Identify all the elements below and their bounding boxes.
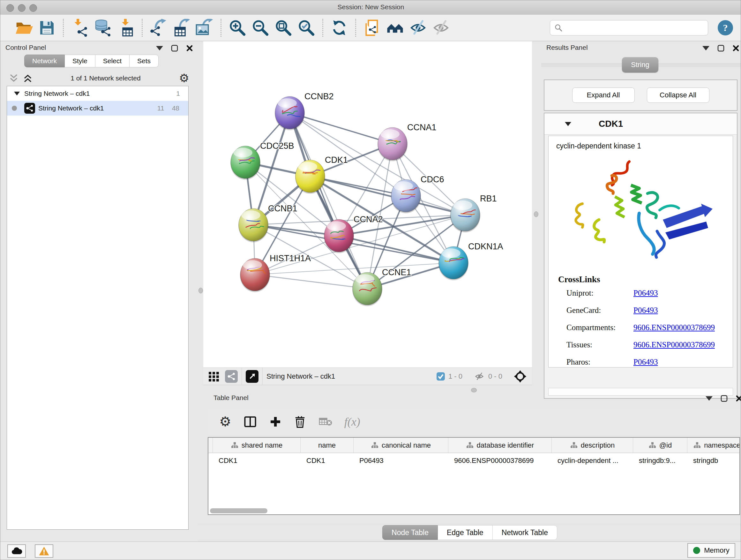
table-cell[interactable]: CDK1 <box>300 453 354 468</box>
column-header[interactable]: @id <box>633 438 687 453</box>
network-view-title: String Network – cdk1 <box>266 372 335 381</box>
network-edge[interactable] <box>290 113 393 144</box>
crosslink-link[interactable]: P06493 <box>633 306 658 315</box>
table-horizontal-scrollbar[interactable] <box>210 508 267 513</box>
collapse-all-networks-button[interactable] <box>9 74 18 82</box>
panel-close-button[interactable] <box>736 395 741 402</box>
panel-collapse-button[interactable] <box>156 46 163 51</box>
column-header[interactable]: name <box>300 438 354 453</box>
network-options-gear-button[interactable]: ⚙ <box>179 72 189 84</box>
table-cell[interactable]: stringdb:9... <box>633 453 687 468</box>
panel-close-button[interactable] <box>732 45 739 52</box>
network-node[interactable] <box>324 219 354 253</box>
panel-collapse-button[interactable] <box>705 396 713 401</box>
table-row[interactable]: CDK1CDK1P064939606.ENSP00000378699cyclin… <box>208 453 739 468</box>
panel-float-button[interactable] <box>720 395 728 402</box>
detach-view-button[interactable] <box>246 370 259 383</box>
table-cell[interactable]: CDK1 <box>213 453 300 468</box>
apply-layout-button[interactable] <box>329 18 349 38</box>
create-column-button[interactable] <box>269 415 282 428</box>
network-node[interactable] <box>239 208 268 242</box>
column-header[interactable]: shared name <box>213 438 300 453</box>
table-cell[interactable]: 9606.ENSP00000378699 <box>448 453 552 468</box>
show-columns-button[interactable] <box>244 415 257 428</box>
function-builder-button[interactable]: f(x) <box>344 415 360 428</box>
crosslink-link[interactable]: 9606.ENSP00000378699 <box>633 340 715 349</box>
table-cell[interactable]: P06493 <box>354 453 448 468</box>
panel-float-button[interactable] <box>171 44 179 52</box>
tab-edge-table[interactable]: Edge Table <box>438 525 493 540</box>
network-node[interactable] <box>230 146 260 180</box>
network-node[interactable] <box>450 199 480 233</box>
tab-sets[interactable]: Sets <box>130 55 158 67</box>
help-button[interactable]: ? <box>718 20 733 36</box>
export-network-button[interactable] <box>149 18 169 38</box>
tab-select[interactable]: Select <box>95 55 130 67</box>
welcome-screen-button[interactable] <box>385 18 405 38</box>
import-network-file-button[interactable] <box>70 18 90 38</box>
network-node[interactable] <box>295 160 325 194</box>
network-node[interactable] <box>275 97 305 130</box>
chevron-down-icon <box>156 46 163 51</box>
collapse-all-button[interactable]: Collapse All <box>647 87 710 103</box>
thumbnail-grid-button[interactable] <box>208 370 220 382</box>
panel-float-button[interactable] <box>717 44 725 52</box>
network-node[interactable] <box>391 179 421 213</box>
zoom-out-button[interactable] <box>251 18 270 38</box>
column-header[interactable]: description <box>552 438 633 453</box>
new-network-from-selection-button[interactable] <box>362 18 382 38</box>
protein-section-header[interactable]: CDK1 <box>544 113 737 135</box>
crosslink-link[interactable]: 9606.ENSP00000378699 <box>633 323 715 332</box>
panel-collapse-button[interactable] <box>702 46 710 51</box>
crosslink-row: Uniprot:P06493 <box>566 289 726 298</box>
export-image-button[interactable] <box>195 18 214 38</box>
hierarchy-column-icon <box>371 442 379 449</box>
navigator-button[interactable] <box>514 370 527 383</box>
table-cell[interactable]: stringdb <box>687 453 740 468</box>
import-network-database-button[interactable] <box>93 18 113 38</box>
column-header[interactable]: canonical name <box>354 438 448 453</box>
warnings-button[interactable] <box>35 544 53 558</box>
memory-button[interactable]: Memory <box>687 543 735 558</box>
save-session-button[interactable] <box>37 18 57 38</box>
expand-all-button[interactable]: Expand All <box>572 87 635 103</box>
export-table-button[interactable] <box>172 18 192 38</box>
network-view-canvas[interactable]: CCNB2CCNA1CDC25BCDK1CDC6RB1CCNB1CCNA2CDK… <box>203 41 532 368</box>
left-splitter-handle[interactable] <box>199 288 203 294</box>
delete-column-button[interactable] <box>294 415 306 428</box>
right-splitter-handle[interactable] <box>534 211 538 217</box>
zoom-fit-button[interactable] <box>273 18 293 38</box>
hide-selected-button[interactable] <box>408 18 428 38</box>
tab-network[interactable]: Network <box>24 55 65 67</box>
network-edge-count: 48 <box>172 105 179 112</box>
network-node[interactable] <box>378 127 408 161</box>
tab-node-table[interactable]: Node Table <box>382 525 438 540</box>
network-edge[interactable] <box>255 274 367 289</box>
delete-table-button[interactable] <box>318 416 332 427</box>
show-hidden-button[interactable] <box>431 18 451 38</box>
open-session-button[interactable] <box>14 18 34 38</box>
network-collection-row[interactable]: String Network – cdk1 1 <box>7 86 188 101</box>
table-options-gear-button[interactable]: ⚙ <box>219 415 231 428</box>
tab-network-table[interactable]: Network Table <box>493 525 557 540</box>
cloud-status-button[interactable] <box>7 544 26 558</box>
network-share-view-button[interactable] <box>225 370 238 383</box>
network-edge[interactable] <box>339 236 454 263</box>
column-header[interactable]: namespace <box>687 438 740 453</box>
panel-close-button[interactable] <box>186 45 193 52</box>
zoom-in-button[interactable] <box>227 18 247 38</box>
network-row[interactable]: String Network – cdk1 11 48 <box>7 101 188 116</box>
network-node[interactable] <box>240 258 270 292</box>
zoom-selected-button[interactable] <box>296 18 316 38</box>
network-node[interactable] <box>439 246 468 280</box>
tab-style[interactable]: Style <box>65 55 95 67</box>
search-input[interactable] <box>565 24 704 32</box>
crosslink-link[interactable]: P06493 <box>633 289 658 298</box>
crosslink-link[interactable]: P06493 <box>633 358 658 367</box>
network-node[interactable] <box>352 272 382 306</box>
import-table-file-button[interactable] <box>116 18 136 38</box>
table-cell[interactable]: cyclin-dependent ... <box>552 453 633 468</box>
column-header[interactable]: database identifier <box>448 438 552 453</box>
expand-all-networks-button[interactable] <box>23 74 32 82</box>
tab-string[interactable]: String <box>622 57 658 72</box>
